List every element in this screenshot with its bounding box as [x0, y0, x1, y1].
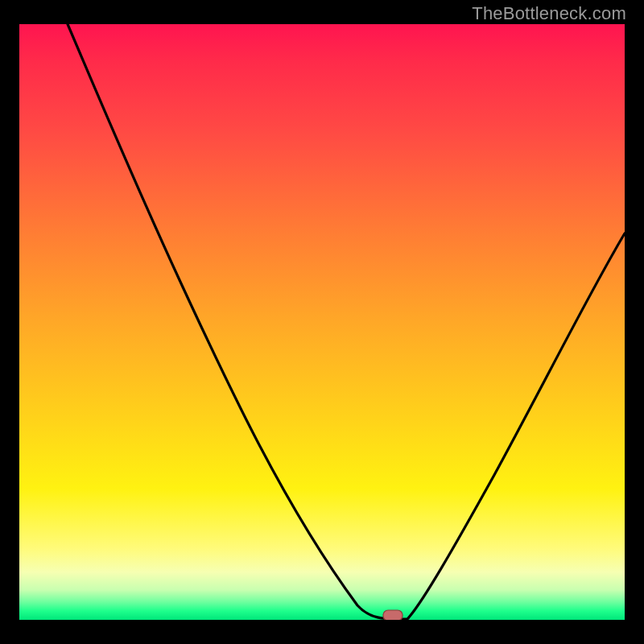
- min-marker: [383, 610, 402, 620]
- plot-area: [19, 24, 625, 620]
- chart-frame: TheBottleneck.com: [0, 0, 644, 644]
- curve-layer: [19, 24, 625, 620]
- bottleneck-curve: [68, 24, 625, 619]
- watermark-text: TheBottleneck.com: [472, 3, 626, 24]
